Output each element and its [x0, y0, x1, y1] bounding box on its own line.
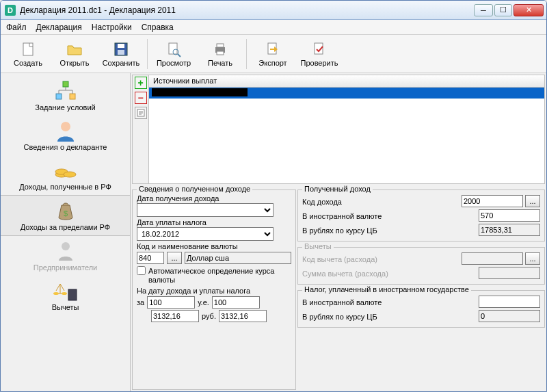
menu-help[interactable]: Справка [142, 23, 174, 32]
currency-code-input[interactable] [137, 252, 164, 264]
income-info-group: Сведения о полученном доходе Дата получе… [132, 190, 296, 390]
edit-source-button[interactable] [135, 107, 147, 119]
source-list[interactable]: Источники выплат [149, 75, 544, 183]
new-doc-icon [20, 41, 36, 57]
sidebar-item-income-foreign[interactable]: $ Доходы за пределами РФ [1, 195, 130, 236]
svg-rect-2 [118, 44, 124, 48]
svg-text:$: $ [63, 209, 67, 218]
deduction-sum-input [479, 267, 540, 279]
open-button[interactable]: Открыть [51, 37, 98, 71]
svg-line-6 [178, 54, 181, 57]
sidebar-item-income-rf[interactable]: Доходы, полученные в РФ [1, 155, 130, 195]
unit-value-input[interactable] [212, 296, 260, 309]
rate-subtitle: На дату дохода и уплаты налога [137, 287, 291, 295]
unit-label: у.е. [198, 298, 209, 306]
date-tax-select[interactable]: 18.02.2012 [137, 227, 274, 241]
app-window: D Декларация 2011.dc1 - Декларация 2011 … [0, 0, 547, 392]
currency-label: Код и наименование валюты [137, 242, 291, 250]
tax-rub-field [479, 310, 540, 322]
svg-point-15 [61, 122, 70, 131]
floppy-icon [113, 41, 129, 57]
export-doc-icon [265, 41, 281, 57]
group-legend: Вычеты [302, 242, 334, 250]
magnifier-doc-icon [165, 41, 182, 57]
folder-open-icon [66, 41, 83, 57]
scales-calc-icon [53, 280, 78, 302]
separator [246, 39, 247, 69]
create-button[interactable]: Создать [5, 37, 51, 71]
sidebar-item-declarant[interactable]: Сведения о декларанте [1, 116, 130, 155]
sidebar-item-deductions[interactable]: Вычеты [1, 276, 130, 315]
remove-source-button[interactable]: − [135, 92, 147, 104]
tax-paid-group: Налог, уплаченный в иностранном государс… [297, 290, 545, 328]
sidebar-item-label: Предприниматели [34, 263, 97, 272]
printer-icon [212, 41, 228, 57]
date-tax-label: Дата уплаты налога [137, 218, 291, 226]
svg-rect-13 [56, 94, 62, 99]
svg-rect-3 [118, 50, 124, 55]
add-source-button[interactable]: + [135, 77, 147, 89]
currency-name-field [185, 252, 291, 264]
tax-foreign-input[interactable] [479, 296, 540, 308]
sidebar-item-entrepreneur[interactable]: Предприниматели [1, 236, 130, 276]
briefcase-person-icon [53, 240, 78, 262]
svg-rect-9 [217, 51, 224, 55]
preview-button[interactable]: Просмотр [150, 37, 197, 71]
income-code-input[interactable] [462, 195, 523, 207]
close-button[interactable]: ✕ [513, 4, 544, 16]
auto-rate-checkbox[interactable] [137, 266, 146, 275]
sidebar: Задание условий Сведения о декларанте До… [1, 73, 131, 391]
date-received-select[interactable] [137, 203, 274, 217]
svg-point-22 [62, 292, 67, 295]
income-rub-label: В рублях по курсу ЦБ [302, 226, 479, 235]
print-button[interactable]: Печать [197, 37, 243, 71]
rate2-input[interactable] [219, 310, 267, 322]
menubar: Файл Декларация Настройки Справка [1, 20, 546, 35]
per-value-input[interactable] [147, 296, 195, 309]
rub-label: руб. [202, 312, 216, 320]
currency-lookup-button[interactable]: ... [167, 252, 182, 264]
sidebar-item-conditions[interactable]: Задание условий [1, 76, 130, 116]
money-bag-icon: $ [53, 200, 78, 222]
window-title: Декларация 2011.dc1 - Декларация 2011 [20, 5, 474, 15]
svg-rect-8 [217, 44, 224, 47]
separator [147, 39, 148, 69]
tax-rub-label: В рублях по курсу ЦБ [302, 313, 479, 321]
export-button[interactable]: Экспорт [250, 37, 296, 71]
source-list-header: Источники выплат [149, 75, 544, 88]
sidebar-item-label: Доходы за пределами РФ [21, 223, 110, 231]
svg-rect-14 [70, 94, 75, 99]
received-income-group: Полученный доход Код дохода ... В иностр… [297, 190, 545, 241]
source-row[interactable] [149, 88, 544, 99]
sidebar-item-label: Задание условий [35, 103, 95, 112]
menu-file[interactable]: Файл [6, 23, 27, 32]
deduction-code-input [462, 252, 523, 265]
date-received-label: Дата получения дохода [137, 194, 291, 202]
svg-point-18 [64, 172, 76, 177]
income-foreign-label: В иностранной валюте [302, 212, 479, 220]
payment-sources-panel: + − Источники выплат [132, 75, 545, 184]
maximize-button[interactable]: ☐ [494, 4, 512, 16]
svg-rect-12 [63, 81, 68, 87]
minimize-button[interactable]: ─ [474, 4, 493, 16]
toolbar: Создать Открыть Сохранить Просмотр Печат… [1, 35, 546, 73]
conditions-icon [53, 80, 78, 102]
app-icon: D [5, 5, 16, 16]
auto-rate-label: Автоматическое определение курса валюты [148, 267, 291, 285]
income-foreign-input[interactable] [479, 209, 540, 222]
income-code-label: Код дохода [302, 198, 462, 206]
deductions-group: Вычеты Код вычета (расхода) ... Сумма вы… [297, 247, 545, 285]
coins-icon [53, 159, 78, 181]
rate1-input[interactable] [151, 310, 199, 322]
svg-point-20 [62, 242, 70, 250]
sidebar-item-label: Сведения о декларанте [24, 143, 107, 151]
redacted-text [152, 88, 248, 96]
check-button[interactable]: Проверить [296, 37, 343, 71]
sidebar-item-label: Вычеты [52, 303, 79, 311]
group-legend: Полученный доход [302, 185, 373, 193]
menu-settings[interactable]: Настройки [92, 23, 132, 32]
menu-declaration[interactable]: Декларация [36, 23, 82, 32]
save-button[interactable]: Сохранить [98, 37, 144, 71]
income-code-lookup-button[interactable]: ... [525, 195, 540, 207]
sidebar-item-label: Доходы, полученные в РФ [19, 183, 111, 191]
